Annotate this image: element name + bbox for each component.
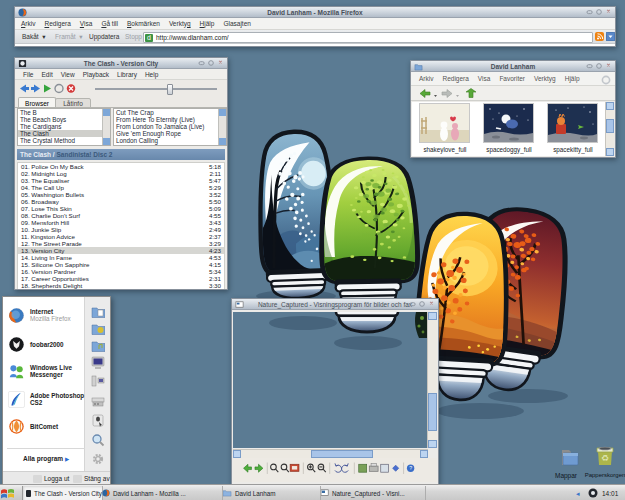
svg-text:spacedoggy_full: spacedoggy_full <box>486 146 532 154</box>
svg-text:shakeylove_full: shakeylove_full <box>423 146 466 154</box>
svg-text:spacekitty_full: spacekitty_full <box>553 146 593 154</box>
svg-text:?: ? <box>409 465 412 471</box>
svg-text:♻: ♻ <box>601 453 609 463</box>
